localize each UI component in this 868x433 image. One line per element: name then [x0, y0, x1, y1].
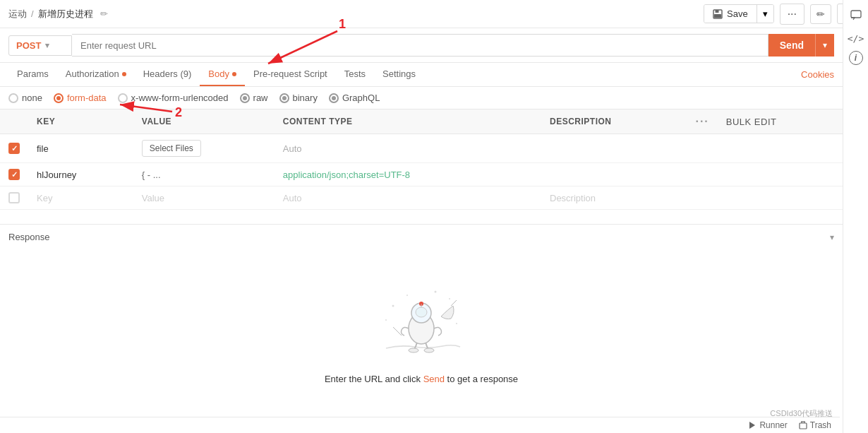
svg-line-12 [393, 327, 402, 336]
body-type-raw[interactable]: raw [240, 93, 268, 103]
save-main-button[interactable]: Save [704, 5, 757, 23]
request-bar: POST ▾ Send ▾ [0, 28, 843, 63]
table-row: hlJourney { - ... application/json;chars… [0, 163, 843, 186]
row-value-cell[interactable]: Select Files [133, 134, 275, 163]
save-label: Save [727, 8, 748, 19]
astronaut-illustration [372, 278, 471, 362]
tab-authorization[interactable]: Authorization [57, 63, 135, 86]
top-bar: 运动 / 新增历史进程 ✏ Save ▾ ··· ✏ [0, 0, 868, 28]
row-key-cell[interactable]: hlJourney [28, 163, 133, 186]
row-content-type-cell: Auto [275, 134, 541, 163]
row-content-type-cell: application/json;charset=UTF-8 [275, 163, 541, 186]
runner-button[interactable]: Runner [748, 420, 787, 430]
svg-point-16 [435, 291, 437, 293]
trash-icon [799, 421, 807, 429]
breadcrumb-page: 新增历史进程 [38, 8, 93, 20]
svg-rect-2 [714, 14, 721, 18]
empty-description-cell[interactable]: Description [541, 186, 687, 210]
row-extra-cell [718, 134, 843, 163]
save-icon [713, 9, 723, 19]
response-header[interactable]: Response ▾ [0, 225, 843, 249]
method-selector[interactable]: POST ▾ [8, 35, 72, 56]
row-value-cell[interactable]: { - ... [133, 163, 275, 186]
tab-headers[interactable]: Headers (9) [135, 63, 200, 86]
empty-content-type-cell: Auto [275, 186, 541, 210]
pencil-button[interactable]: ✏ [810, 4, 831, 24]
body-table: KEY VALUE CONTENT TYPE DESCRIPTION ··· B… [0, 109, 843, 210]
row-checkbox[interactable] [8, 143, 20, 154]
radio-urlencoded[interactable] [118, 93, 128, 103]
response-label: Response [8, 232, 50, 242]
content-type-value: application/json;charset=UTF-8 [283, 170, 410, 180]
svg-point-6 [416, 307, 427, 317]
send-dropdown-button[interactable]: ▾ [815, 34, 834, 57]
more-options-button[interactable]: ··· [780, 4, 804, 25]
row-checkbox[interactable] [8, 169, 20, 180]
tab-settings[interactable]: Settings [374, 63, 424, 86]
body-type-graphql[interactable]: GraphQL [329, 93, 380, 103]
tab-body[interactable]: Body [200, 63, 245, 86]
tabs-bar: Params Authorization Headers (9) Body Pr… [0, 63, 843, 87]
empty-state-text: Enter the URL and click Send to get a re… [325, 374, 518, 384]
response-empty-state: Enter the URL and click Send to get a re… [0, 249, 843, 413]
col-key: KEY [28, 109, 133, 134]
svg-rect-19 [851, 11, 861, 18]
radio-raw[interactable] [240, 93, 250, 103]
col-content-type: CONTENT TYPE [275, 109, 541, 134]
runner-icon [748, 421, 757, 429]
breadcrumb-separator: / [31, 8, 34, 19]
tab-params[interactable]: Params [8, 63, 57, 86]
right-panel-chat-icon[interactable] [846, 6, 866, 25]
svg-point-17 [385, 319, 387, 321]
save-button-group[interactable]: Save ▾ [704, 4, 774, 23]
bulk-edit-button[interactable]: Bulk Edit [726, 117, 777, 127]
row-checkbox-cell [0, 134, 28, 163]
row-description-cell[interactable] [541, 163, 687, 186]
body-type-binary[interactable]: binary [279, 93, 318, 103]
col-more: ··· [687, 109, 717, 134]
send-main-button[interactable]: Send [768, 34, 815, 57]
response-section: Response ▾ [0, 224, 843, 413]
body-type-none[interactable]: none [8, 93, 42, 103]
cookies-link[interactable]: Cookies [801, 69, 834, 80]
url-input[interactable] [72, 34, 768, 57]
tab-tests[interactable]: Tests [336, 63, 374, 86]
authorization-dot [122, 72, 126, 76]
edit-icon[interactable]: ✏ [100, 8, 108, 19]
empty-extra-cell [718, 186, 843, 210]
row-key-cell[interactable]: file [28, 134, 133, 163]
svg-point-7 [409, 348, 418, 352]
col-description: DESCRIPTION [541, 109, 687, 134]
select-files-button[interactable]: Select Files [142, 140, 201, 157]
trash-button[interactable]: Trash [799, 420, 831, 430]
send-button-group[interactable]: Send ▾ [768, 34, 834, 57]
empty-value-cell[interactable]: Value [133, 186, 275, 210]
svg-rect-1 [716, 10, 719, 13]
svg-point-8 [424, 348, 434, 352]
tab-pre-request[interactable]: Pre-request Script [245, 63, 336, 86]
row-description-cell[interactable] [541, 134, 687, 163]
row-more-cell [687, 134, 717, 163]
svg-point-15 [406, 295, 408, 296]
body-type-urlencoded[interactable]: x-www-form-urlencoded [118, 93, 229, 103]
more-columns-icon[interactable]: ··· [695, 115, 709, 127]
right-panel-info-icon[interactable]: i [849, 51, 863, 65]
empty-checkbox[interactable] [8, 192, 20, 203]
main-content: POST ▾ Send ▾ Params Authorization Heade… [0, 28, 843, 413]
svg-line-11 [451, 300, 457, 306]
empty-key-cell[interactable]: Key [28, 186, 133, 210]
breadcrumb-sport: 运动 [8, 8, 27, 20]
content-type-value: Auto [283, 143, 302, 154]
table-row: file Select Files Auto [0, 134, 843, 163]
radio-none[interactable] [8, 93, 18, 103]
row-extra-cell [718, 163, 843, 186]
method-dropdown-icon: ▾ [45, 41, 49, 50]
save-dropdown-button[interactable]: ▾ [757, 5, 773, 23]
right-panel-code-icon[interactable]: </> [846, 28, 866, 48]
bottom-bar: Runner Trash [0, 417, 840, 433]
radio-graphql[interactable] [329, 93, 339, 103]
response-collapse-icon[interactable]: ▾ [830, 232, 834, 242]
body-type-form-data[interactable]: form-data [54, 93, 107, 103]
radio-form-data[interactable] [54, 93, 64, 103]
radio-binary[interactable] [279, 93, 289, 103]
